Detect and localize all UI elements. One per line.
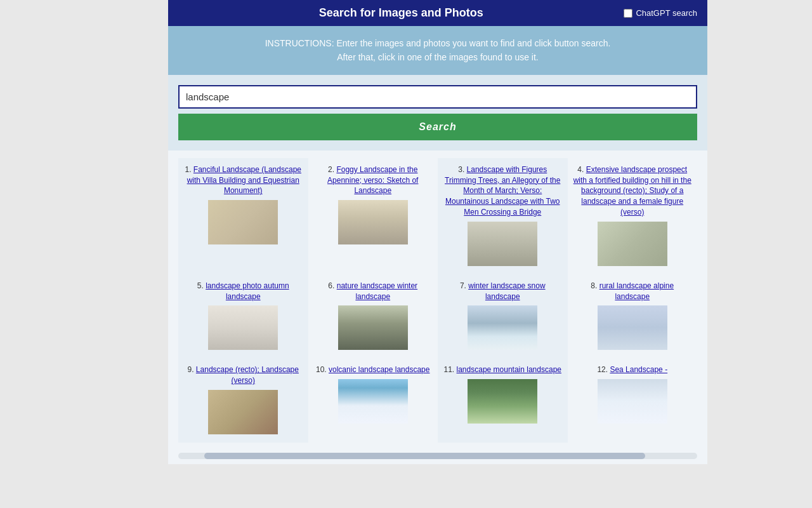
result-image-10[interactable]	[338, 379, 408, 424]
chatgpt-label[interactable]: ChatGPT search	[636, 8, 697, 18]
result-title-5: 5. landscape photo autumn landscape	[183, 281, 303, 302]
result-link-7[interactable]: winter landscape snow landscape	[468, 281, 545, 301]
result-link-3[interactable]: Landscape with Figures Trimming Trees, a…	[445, 165, 560, 217]
result-image-12[interactable]	[598, 379, 667, 424]
search-button-wrapper: Search	[168, 109, 707, 150]
result-link-5[interactable]: landscape photo autumn landscape	[206, 281, 289, 301]
result-item-6: 6. nature landscape winter landscape	[308, 274, 438, 359]
result-item-10: 10. volcanic landscape landscape	[308, 358, 438, 443]
result-item-11: 11. landscape mountain landscape	[438, 358, 568, 443]
search-area	[168, 75, 707, 109]
chatgpt-checkbox[interactable]	[624, 9, 632, 18]
result-item-5: 5. landscape photo autumn landscape	[178, 274, 308, 359]
instruction-line-1: INSTRUCTIONS: Enter the images and photo…	[178, 36, 697, 50]
instructions-banner: INSTRUCTIONS: Enter the images and photo…	[168, 26, 707, 75]
horizontal-scrollbar-track[interactable]	[178, 453, 697, 459]
chatgpt-search-area: ChatGPT search	[624, 8, 697, 18]
result-image-8[interactable]	[598, 305, 667, 350]
result-link-10[interactable]: volcanic landscape landscape	[329, 365, 429, 374]
result-title-8: 8. rural landscape alpine landscape	[573, 281, 693, 302]
results-grid: 1. Fanciful Landscape (Landscape with Vi…	[178, 158, 697, 443]
search-button[interactable]: Search	[178, 114, 697, 140]
page-title: Search for Images and Photos	[178, 6, 624, 20]
results-area: 1. Fanciful Landscape (Landscape with Vi…	[168, 150, 707, 450]
result-link-12[interactable]: Sea Landscape -	[610, 365, 667, 374]
result-link-2[interactable]: Foggy Landscape in the Apennine; verso: …	[327, 165, 418, 196]
result-image-7[interactable]	[468, 305, 537, 350]
result-image-5[interactable]	[208, 305, 278, 350]
result-title-2: 2. Foggy Landscape in the Apennine; vers…	[313, 164, 433, 196]
result-image-4[interactable]	[598, 222, 667, 266]
result-image-2[interactable]	[338, 200, 408, 244]
result-link-4[interactable]: Extensive landscape prospect with a fort…	[573, 165, 691, 217]
result-title-3: 3. Landscape with Figures Trimming Trees…	[443, 164, 563, 218]
result-title-6: 6. nature landscape winter landscape	[313, 281, 433, 302]
result-title-11: 11. landscape mountain landscape	[443, 364, 563, 375]
horizontal-scrollbar-thumb[interactable]	[204, 453, 645, 459]
result-item-1: 1. Fanciful Landscape (Landscape with Vi…	[178, 158, 308, 274]
scroll-bar-area	[168, 450, 707, 464]
result-link-6[interactable]: nature landscape winter landscape	[337, 281, 417, 301]
result-link-1[interactable]: Fanciful Landscape (Landscape with Villa…	[187, 165, 301, 196]
result-title-10: 10. volcanic landscape landscape	[313, 364, 433, 375]
result-title-9: 9. Landscape (recto); Landscape (verso)	[183, 364, 303, 386]
result-link-9[interactable]: Landscape (recto); Landscape (verso)	[196, 365, 299, 385]
result-item-8: 8. rural landscape alpine landscape	[568, 274, 698, 359]
result-item-7: 7. winter landscape snow landscape	[438, 274, 568, 359]
result-title-1: 1. Fanciful Landscape (Landscape with Vi…	[183, 164, 303, 196]
result-link-11[interactable]: landscape mountain landscape	[457, 365, 561, 374]
search-input[interactable]	[186, 91, 690, 102]
result-link-8[interactable]: rural landscape alpine landscape	[599, 281, 674, 301]
result-title-12: 12. Sea Landscape -	[573, 364, 693, 375]
result-item-2: 2. Foggy Landscape in the Apennine; vers…	[308, 158, 438, 274]
header: Search for Images and Photos ChatGPT sea…	[168, 0, 707, 26]
result-item-12: 12. Sea Landscape -	[568, 358, 698, 443]
result-item-9: 9. Landscape (recto); Landscape (verso)	[178, 358, 308, 443]
result-item-3: 3. Landscape with Figures Trimming Trees…	[438, 158, 568, 274]
result-title-7: 7. winter landscape snow landscape	[443, 281, 563, 302]
search-input-wrapper	[178, 85, 697, 109]
result-image-1[interactable]	[208, 200, 278, 244]
result-image-6[interactable]	[338, 305, 408, 350]
result-image-11[interactable]	[468, 379, 537, 424]
result-image-3[interactable]	[468, 222, 537, 266]
result-item-4: 4. Extensive landscape prospect with a f…	[568, 158, 698, 274]
result-image-9[interactable]	[208, 390, 278, 434]
instruction-line-2: After that, click in one of the images f…	[178, 50, 697, 64]
result-title-4: 4. Extensive landscape prospect with a f…	[573, 164, 693, 218]
